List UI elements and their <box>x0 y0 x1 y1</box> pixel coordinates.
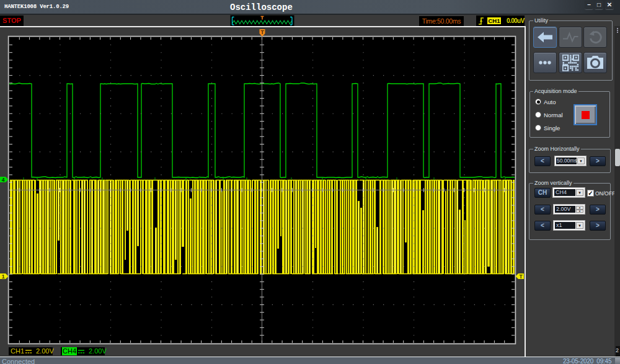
svg-text:1: 1 <box>2 273 5 280</box>
svg-text:T: T <box>519 273 523 280</box>
svg-text:4: 4 <box>2 177 5 183</box>
svg-text:T: T <box>260 29 264 35</box>
